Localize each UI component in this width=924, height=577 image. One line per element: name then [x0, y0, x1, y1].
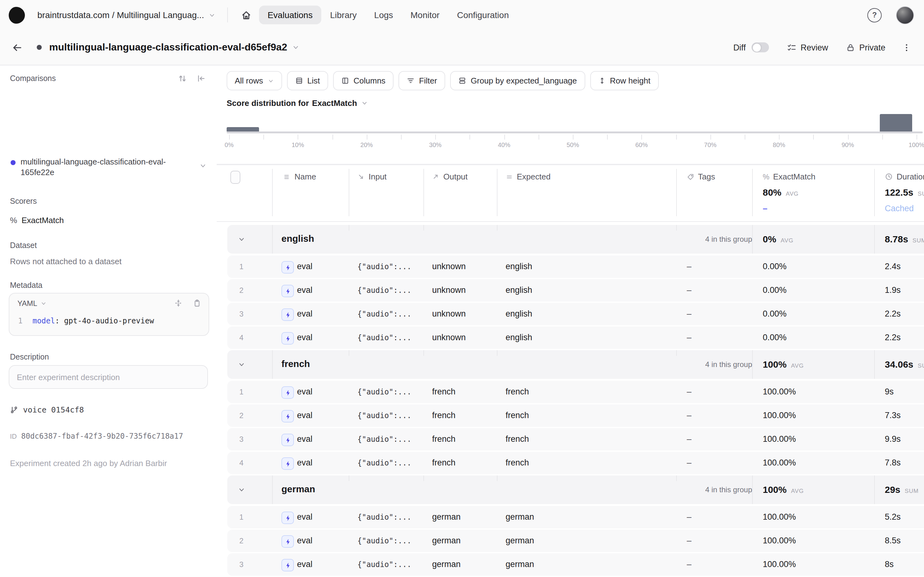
breadcrumb[interactable]: braintrustdata.com / Multilingual Langua… [37, 10, 204, 20]
sum-label: SUM [918, 190, 924, 197]
sort-icon[interactable] [178, 74, 187, 83]
review-button[interactable]: Review [787, 43, 828, 52]
group-sum-value: 29s [885, 484, 900, 495]
table-row[interactable]: 4 eval {"audio":... french french – 100.… [227, 452, 924, 474]
diff-label: Diff [733, 43, 746, 52]
column-label: ExactMatch [773, 172, 815, 181]
chevron-down-icon[interactable] [238, 361, 245, 368]
kebab-menu-icon[interactable] [902, 43, 911, 52]
column-header-exactmatch[interactable]: % ExactMatch [763, 172, 815, 181]
copy-icon[interactable] [193, 299, 201, 307]
experiment-id[interactable]: ID 80dc6387-fbaf-42f3-9b20-735f6c718a17 [10, 432, 183, 440]
cell-duration: 2.4s [885, 255, 901, 278]
axis-tick-label: 50% [559, 142, 587, 148]
column-label: Output [444, 172, 468, 181]
header-actions: Diff Review Private [733, 42, 911, 52]
cell-name: eval [297, 506, 313, 529]
table-row[interactable]: 2 eval {"audio":... unknown english – 0.… [227, 279, 924, 301]
group-header[interactable]: french 4 in this group 100%AVG 34.06sSUM [227, 350, 924, 379]
sum-label: SUM [905, 487, 919, 494]
nav-tab-logs[interactable]: Logs [365, 6, 402, 24]
column-header-tags[interactable]: Tags [687, 172, 715, 181]
cell-duration: 5.2s [885, 506, 901, 529]
voice-link[interactable]: voice 0154cf8 [10, 405, 84, 414]
main-content: All rows List Columns Filter [217, 65, 924, 577]
axis-tick [745, 135, 745, 140]
voice-label: voice 0154cf8 [23, 405, 84, 414]
diff-toggle[interactable] [751, 42, 769, 52]
cached-filter[interactable]: Cached [885, 204, 914, 213]
axis-tick [229, 135, 230, 140]
table-row[interactable]: 3 eval {"audio":... unknown english – 0.… [227, 303, 924, 325]
axis-tick [607, 135, 608, 140]
chevron-down-icon[interactable] [208, 11, 215, 18]
group-header[interactable]: english 4 in this group 0%AVG 8.78sSUM [227, 225, 924, 254]
avatar[interactable] [896, 6, 914, 24]
nav-tab-evaluations[interactable]: Evaluations [259, 6, 321, 24]
column-header-input[interactable]: Input [357, 172, 387, 181]
bolt-icon [281, 457, 294, 470]
cell-expected: french [506, 381, 529, 403]
cell-duration: 7.3s [885, 405, 901, 427]
cell-name: eval [297, 530, 313, 552]
column-label: Input [369, 172, 387, 181]
yaml-code-line[interactable]: 1model: gpt-4o-audio-preview [18, 316, 154, 325]
column-header-output[interactable]: Output [432, 172, 468, 181]
chevron-down-icon[interactable] [292, 44, 300, 51]
description-input[interactable] [9, 365, 208, 389]
cell-output: french [432, 405, 455, 427]
column-header-name[interactable]: Name [283, 172, 316, 181]
table-row[interactable]: 2 eval {"audio":... french french – 100.… [227, 405, 924, 427]
scorer-item[interactable]: %ExactMatch [10, 216, 64, 225]
equals-icon [506, 173, 513, 181]
score-histogram[interactable]: 0%10%20%30%40%50%60%70%80%90%100% [217, 65, 924, 153]
bolt-icon [281, 261, 294, 274]
row-number: 1 [227, 506, 243, 529]
braintrust-logo-icon[interactable] [9, 6, 25, 23]
home-button[interactable] [238, 7, 254, 23]
collapse-sidebar-icon[interactable] [197, 74, 206, 83]
chevron-down-icon[interactable] [238, 486, 245, 493]
status-dot [37, 45, 42, 50]
cell-name: eval [297, 279, 313, 301]
chevron-down-icon[interactable] [199, 162, 207, 169]
cell-tags: – [687, 327, 691, 349]
table-row[interactable]: 1 eval {"audio":... german german – 100.… [227, 506, 924, 529]
histogram-bar[interactable] [227, 127, 259, 132]
axis-tick [882, 135, 883, 140]
collapse-editor-icon[interactable] [174, 299, 182, 307]
column-header-expected[interactable]: Expected [506, 172, 550, 181]
comparison-item-line1: multilingual-language-classification-eva… [21, 156, 166, 167]
table-row[interactable]: 4 eval {"audio":... unknown english – 0.… [227, 327, 924, 349]
avg-label: AVG [781, 237, 793, 243]
bolt-icon [281, 410, 294, 422]
table-row[interactable]: 1 eval {"audio":... unknown english – 0.… [227, 255, 924, 278]
table-row[interactable]: 3 eval {"audio":... german german – 100.… [227, 553, 924, 576]
cell-output: french [432, 381, 455, 403]
group-score-aggregate: 100%AVG [763, 359, 804, 369]
cell-name: eval [297, 327, 313, 349]
group-header[interactable]: german 4 in this group 100%AVG 29sSUM [227, 475, 924, 504]
column-header-duration[interactable]: Duration [885, 172, 924, 181]
cell-input: {"audio":... [357, 553, 411, 576]
histogram-bar[interactable] [880, 114, 912, 132]
cell-duration: 9s [885, 381, 894, 403]
comparison-item[interactable]: multilingual-language-classification-eva… [21, 156, 166, 177]
nav-tab-library[interactable]: Library [321, 6, 365, 24]
group-name: german [281, 484, 315, 494]
nav-tab-monitor[interactable]: Monitor [402, 6, 448, 24]
table-row[interactable]: 2 eval {"audio":... german german – 100.… [227, 530, 924, 552]
table-row[interactable]: 3 eval {"audio":... french french – 100.… [227, 428, 924, 451]
select-all-checkbox[interactable] [230, 171, 240, 184]
chevron-down-icon[interactable] [238, 235, 245, 243]
metadata-editor[interactable]: YAML 1model: gpt-4o-aud [9, 293, 209, 336]
cell-duration: 7.8s [885, 452, 901, 474]
axis-tick [435, 135, 436, 140]
nav-tab-configuration[interactable]: Configuration [448, 6, 518, 24]
help-icon[interactable]: ? [867, 8, 882, 22]
private-button[interactable]: Private [846, 43, 885, 52]
back-button[interactable] [12, 42, 22, 53]
yaml-selector[interactable]: YAML [18, 299, 47, 308]
table-row[interactable]: 1 eval {"audio":... french french – 100.… [227, 381, 924, 403]
group-avg-value: 0% [763, 234, 776, 244]
